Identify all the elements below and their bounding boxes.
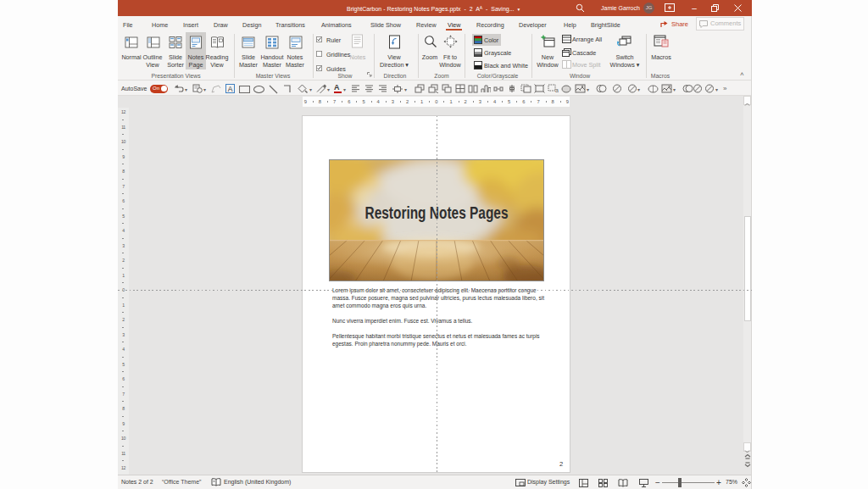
svg-text:a: a	[555, 87, 559, 93]
svg-text:A: A	[228, 85, 233, 93]
